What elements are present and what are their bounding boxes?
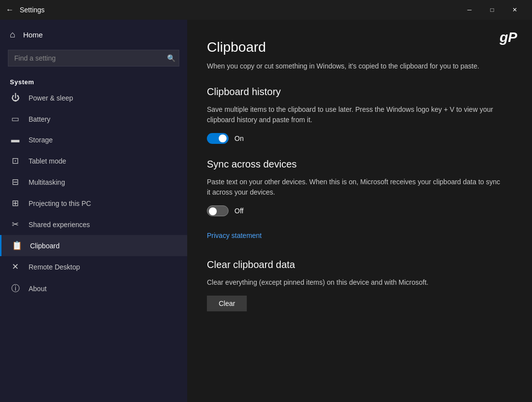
clipboard-history-toggle-label: On — [234, 134, 244, 142]
sidebar-item-label: Battery — [29, 115, 50, 123]
multitasking-icon: ⊟ — [10, 177, 21, 187]
content-area: gP Clipboard When you copy or cut someth… — [187, 20, 532, 402]
clipboard-history-thumb — [219, 134, 227, 142]
search-input[interactable] — [8, 50, 179, 67]
title-bar-back-button[interactable]: ← — [6, 5, 14, 14]
privacy-statement-link[interactable]: Privacy statement — [207, 232, 262, 239]
clear-button[interactable]: Clear — [207, 296, 247, 311]
clear-clipboard-description: Clear everything (except pinned items) o… — [207, 277, 502, 288]
sidebar-item-label: Remote Desktop — [29, 263, 80, 271]
projecting-icon: ⊞ — [10, 198, 21, 208]
sidebar-item-label: About — [29, 285, 47, 293]
battery-icon: ▭ — [10, 114, 21, 124]
sync-devices-toggle[interactable] — [207, 205, 229, 216]
sidebar-item-label: Projecting to this PC — [29, 200, 91, 207]
clipboard-history-toggle[interactable] — [207, 133, 229, 144]
remote-desktop-icon: ✕ — [10, 262, 21, 272]
tablet-icon: ⊡ — [10, 156, 21, 166]
sidebar-item-about[interactable]: ⓘ About — [0, 277, 187, 300]
page-title: Clipboard — [207, 39, 507, 55]
sidebar-item-label: Shared experiences — [29, 221, 90, 229]
title-bar-title: Settings — [20, 6, 458, 14]
sync-devices-heading: Sync across devices — [207, 159, 507, 170]
sidebar-item-label: Multitasking — [29, 178, 65, 186]
sync-devices-toggle-row: Off — [207, 205, 507, 216]
restore-button[interactable]: □ — [481, 0, 503, 20]
sync-devices-thumb — [209, 207, 217, 215]
sync-devices-track — [207, 205, 229, 216]
about-icon: ⓘ — [10, 283, 21, 294]
sync-devices-description: Paste text on your other devices. When t… — [207, 177, 502, 198]
sidebar-item-storage[interactable]: ▬ Storage — [0, 130, 187, 150]
search-box: 🔍 — [8, 50, 179, 67]
sidebar-item-label: Power & sleep — [29, 94, 73, 102]
storage-icon: ▬ — [10, 135, 21, 145]
power-sleep-icon: ⏻ — [10, 93, 21, 103]
shared-experiences-icon: ✂ — [10, 219, 21, 230]
sync-devices-toggle-label: Off — [234, 207, 243, 215]
search-icon[interactable]: 🔍 — [167, 54, 175, 62]
sidebar-item-remote-desktop[interactable]: ✕ Remote Desktop — [0, 256, 187, 277]
clipboard-history-description: Save multiple items to the clipboard to … — [207, 104, 502, 125]
sidebar-item-label: Clipboard — [30, 242, 60, 250]
close-button[interactable]: ✕ — [503, 0, 526, 20]
clipboard-history-track — [207, 133, 229, 144]
clipboard-icon: 📋 — [11, 240, 22, 251]
clear-clipboard-section: Clear clipboard data Clear everything (e… — [207, 259, 507, 311]
page-description: When you copy or cut something in Window… — [207, 61, 502, 71]
sidebar-item-label: Storage — [29, 136, 53, 144]
clipboard-history-toggle-row: On — [207, 133, 507, 144]
sidebar-item-tablet-mode[interactable]: ⊡ Tablet mode — [0, 150, 187, 171]
sidebar-item-shared-experiences[interactable]: ✂ Shared experiences — [0, 214, 187, 235]
title-bar: ← Settings ─ □ ✕ — [0, 0, 532, 20]
gp-logo: gP — [499, 30, 517, 45]
sidebar: ⌂ Home 🔍 System ⏻ Power & sleep ▭ Batter… — [0, 20, 187, 402]
sidebar-item-battery[interactable]: ▭ Battery — [0, 108, 187, 130]
sidebar-item-label: Tablet mode — [29, 157, 66, 165]
sidebar-item-multitasking[interactable]: ⊟ Multitasking — [0, 171, 187, 193]
clipboard-history-heading: Clipboard history — [207, 86, 507, 98]
home-label: Home — [23, 31, 43, 39]
home-icon: ⌂ — [10, 30, 15, 40]
sidebar-item-home[interactable]: ⌂ Home — [0, 24, 187, 46]
sidebar-section-title: System — [0, 74, 187, 88]
sidebar-item-power-sleep[interactable]: ⏻ Power & sleep — [0, 88, 187, 108]
main-container: ⌂ Home 🔍 System ⏻ Power & sleep ▭ Batter… — [0, 20, 532, 402]
clipboard-history-section: Clipboard history Save multiple items to… — [207, 86, 507, 144]
sync-devices-section: Sync across devices Paste text on your o… — [207, 159, 507, 254]
sidebar-item-clipboard[interactable]: 📋 Clipboard — [0, 235, 187, 256]
minimize-button[interactable]: ─ — [458, 0, 481, 20]
clear-clipboard-heading: Clear clipboard data — [207, 259, 507, 270]
window-controls: ─ □ ✕ — [458, 0, 526, 20]
sidebar-item-projecting[interactable]: ⊞ Projecting to this PC — [0, 193, 187, 214]
